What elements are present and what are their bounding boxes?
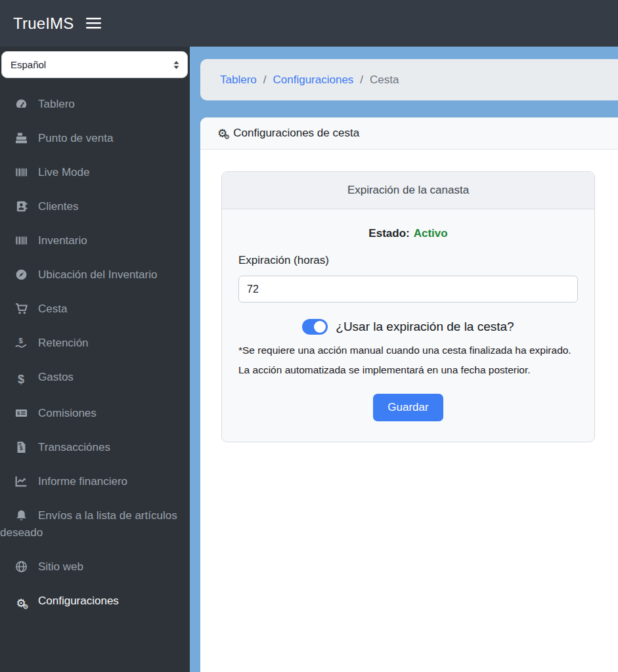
sidebar-item-ubicacion-inventario[interactable]: Ubicación del Inventario	[0, 258, 190, 292]
dollar-icon: $	[12, 371, 30, 388]
card-body: Estado:Activo Expiración (horas) ¿Usar l…	[222, 209, 594, 442]
sidebar-item-label: Tablero	[38, 98, 75, 110]
barcode-icon	[12, 234, 30, 247]
main-content: Tablero / Configuraciones / Cesta ⚙⚙ Con…	[190, 47, 618, 672]
status-label: Estado:	[368, 227, 409, 240]
breadcrumb-link-configuraciones[interactable]: Configuraciones	[273, 74, 354, 87]
compass-icon	[12, 268, 30, 281]
gears-icon: ⚙⚙	[12, 598, 30, 609]
sidebar-item-label: Retención	[38, 337, 89, 349]
panel-body: Expiración de la canasta Estado:Activo E…	[200, 150, 618, 442]
breadcrumb-separator: /	[360, 74, 363, 87]
panel-header: ⚙⚙ Configuraciones de cesta	[200, 117, 618, 150]
sidebar-item-retencion[interactable]: $ Retención	[0, 326, 190, 360]
sidebar-item-label: Punto de venta	[38, 132, 113, 144]
bell-icon	[12, 509, 30, 522]
expiration-hours-input[interactable]	[238, 276, 578, 303]
svg-text:$: $	[19, 445, 22, 452]
status-badge: Activo	[414, 227, 448, 240]
breadcrumb-separator: /	[263, 74, 267, 87]
address-book-icon	[12, 200, 30, 213]
sidebar-item-inventario[interactable]: Inventario	[0, 224, 190, 258]
card-title: Expiración de la canasta	[222, 172, 594, 209]
sidebar-item-configuraciones[interactable]: ⚙⚙Configuraciones	[0, 584, 190, 618]
language-select[interactable]: Español	[1, 51, 188, 78]
expiration-note: *Se requiere una acción manual cuando un…	[238, 341, 578, 380]
sidebar-item-label: Sitio web	[38, 560, 83, 573]
sidebar-item-punto-de-venta[interactable]: Punto de venta	[0, 121, 190, 156]
sidebar-item-label: Cesta	[38, 303, 67, 315]
settings-panel: ⚙⚙ Configuraciones de cesta Expiración d…	[200, 117, 618, 672]
sidebar-item-label: Comisiones	[38, 407, 97, 419]
use-expiration-toggle[interactable]	[302, 319, 328, 335]
toggle-knob	[314, 321, 326, 333]
chart-line-icon	[12, 475, 30, 488]
sidebar-item-label: Clientes	[38, 200, 78, 213]
breadcrumb-link-tablero[interactable]: Tablero	[220, 74, 257, 87]
barcode-icon	[12, 166, 30, 178]
toggle-row: ¿Usar la expiración de la cesta?	[238, 319, 578, 335]
use-expiration-toggle-label: ¿Usar la expiración de la cesta?	[336, 320, 514, 334]
file-invoice-dollar-icon: $	[12, 441, 30, 453]
hand-holding-dollar-icon: $	[12, 337, 30, 349]
gears-icon: ⚙⚙	[217, 128, 227, 139]
cash-register-icon	[12, 132, 30, 144]
sidebar-item-label: Live Mode	[38, 166, 89, 178]
sidebar-item-label: Inventario	[38, 234, 87, 247]
globe-icon	[12, 560, 30, 573]
sidebar: Español Tablero Punto de venta Live Mode	[0, 47, 190, 672]
sidebar-item-cesta[interactable]: Cesta	[0, 292, 190, 326]
sidebar-item-envios-lista-deseados[interactable]: Envíos a la lista de artículos deseado	[0, 499, 190, 550]
breadcrumb: Tablero / Configuraciones / Cesta	[200, 59, 618, 100]
gauge-icon	[12, 98, 30, 110]
select-caret-icon	[172, 60, 181, 70]
cart-icon	[12, 303, 30, 315]
sidebar-menu: Tablero Punto de venta Live Mode Cliente…	[0, 87, 190, 618]
sidebar-item-tablero[interactable]: Tablero	[0, 87, 190, 121]
hamburger-menu-icon[interactable]	[86, 18, 101, 29]
sidebar-item-informe-financiero[interactable]: Informe financiero	[0, 465, 190, 499]
save-button[interactable]: Guardar	[373, 394, 443, 421]
svg-text:$: $	[18, 337, 23, 345]
sidebar-item-label: Informe financiero	[38, 475, 127, 488]
sidebar-item-clientes[interactable]: Clientes	[0, 190, 190, 224]
sidebar-item-comisiones[interactable]: $ Comisiones	[0, 396, 190, 430]
status-line: Estado:Activo	[238, 227, 578, 240]
sidebar-item-label: Transacciónes	[38, 441, 110, 453]
sidebar-item-gastos[interactable]: $Gastos	[0, 360, 190, 396]
expiration-hours-label: Expiración (horas)	[238, 254, 578, 267]
money-check-icon: $	[12, 407, 30, 419]
top-navbar: TrueIMS	[0, 0, 618, 47]
breadcrumb-current: Cesta	[370, 74, 399, 87]
basket-expiration-card: Expiración de la canasta Estado:Activo E…	[221, 171, 595, 442]
panel-title: Configuraciones de cesta	[233, 127, 359, 140]
language-select-value: Español	[11, 59, 46, 70]
sidebar-item-label: Gastos	[38, 371, 74, 383]
app-brand[interactable]: TrueIMS	[13, 14, 74, 33]
sidebar-item-live-mode[interactable]: Live Mode	[0, 156, 190, 190]
sidebar-item-label: Ubicación del Inventario	[38, 268, 157, 281]
sidebar-item-label: Configuraciones	[38, 595, 119, 607]
svg-text:$: $	[17, 410, 20, 416]
sidebar-item-sitio-web[interactable]: Sitio web	[0, 550, 190, 584]
sidebar-item-transacciones[interactable]: $ Transacciónes	[0, 430, 190, 465]
